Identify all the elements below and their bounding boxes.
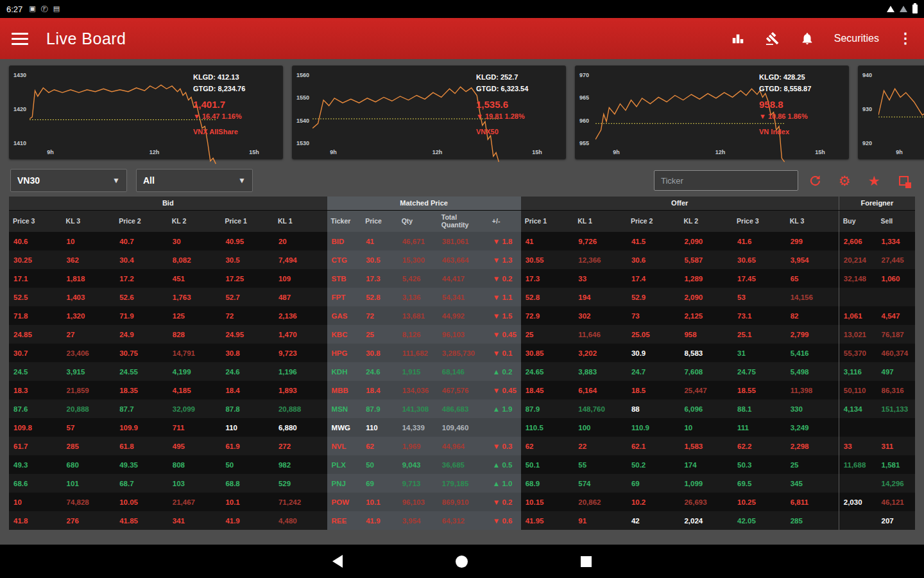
overflow-menu-icon[interactable]: ⋮ xyxy=(898,31,912,46)
table-row[interactable]: 18.321,85918.354,18518.41,893MBB18.4134,… xyxy=(9,381,915,399)
table-row[interactable]: 71.81,32071.9125722,136GAS7213,68144,992… xyxy=(9,306,915,325)
board-cell: 1,334 xyxy=(877,232,915,250)
column-header: Total Quantity xyxy=(438,210,488,232)
board-cell: 17.2 xyxy=(115,269,168,288)
table-row[interactable]: 17.11,81817.245117.25109STB17.35,42644,4… xyxy=(9,269,915,288)
column-header: Qty xyxy=(398,210,438,232)
ticker-cell[interactable]: MWG xyxy=(327,418,362,437)
column-header: +/- xyxy=(488,210,521,232)
ticker-cell[interactable]: GAS xyxy=(327,306,362,325)
table-row[interactable]: 30.2536230.48,08230.57,494CTG30.515,3004… xyxy=(9,250,915,269)
board-cell: 25 xyxy=(361,325,397,344)
status-bar: 6:27 ▣ Ⓕ ▤ xyxy=(0,0,924,18)
board-cell: 30.5 xyxy=(361,250,397,269)
chart-y-axis: 970965960955 xyxy=(579,72,589,146)
back-icon[interactable] xyxy=(332,555,343,568)
recents-icon[interactable] xyxy=(581,556,592,567)
ticker-cell[interactable]: KDH xyxy=(327,362,362,381)
wifi-icon xyxy=(887,6,894,12)
board-cell: 30.25 xyxy=(9,250,62,269)
column-header: KL 1 xyxy=(274,210,327,232)
table-row[interactable]: 40.61040.73040.9520BID4146,671381,061▼ 1… xyxy=(9,232,915,250)
board-cell: 7,608 xyxy=(680,362,733,381)
board-cell: 42.05 xyxy=(733,511,786,530)
app-bar: Live Board Securities ⋮ xyxy=(0,18,924,59)
ticker-cell[interactable]: STB xyxy=(327,269,362,288)
board-cell: 6,811 xyxy=(786,493,839,511)
securities-menu[interactable]: Securities xyxy=(834,33,879,44)
ticker-cell[interactable]: REE xyxy=(327,511,362,530)
table-row[interactable]: 61.728561.849561.9272NVL621,96944,964▼ 0… xyxy=(9,437,915,455)
index-chart-card-3[interactable]: 9709659609559h12h15hKLGD: 428.25GTGD: 8,… xyxy=(575,66,849,159)
board-cell: 27 xyxy=(62,325,116,344)
ticker-cell[interactable]: HPG xyxy=(327,344,362,362)
table-row[interactable]: 52.51,40352.61,76352.7487FPT52.83,13654,… xyxy=(9,288,915,306)
board-cell: 18.3 xyxy=(9,381,62,399)
board-cell: 31 xyxy=(733,344,786,362)
notifications-bell-icon[interactable] xyxy=(800,31,815,46)
layout-switch-icon[interactable] xyxy=(896,173,911,188)
table-row[interactable]: 30.723,40630.7514,79130.89,723HPG30.8111… xyxy=(9,344,915,362)
index-chart-card-2[interactable]: 15601550154015309h12h15hKLGD: 252.7GTGD:… xyxy=(292,66,566,159)
table-row[interactable]: 24.53,91524.554,19924.61,196KDH24.61,915… xyxy=(9,362,915,381)
home-icon[interactable] xyxy=(456,556,468,568)
ticker-cell[interactable]: POW xyxy=(327,493,362,511)
board-cell: 41.85 xyxy=(115,511,168,530)
board-cell: 109 xyxy=(274,269,327,288)
ticker-cell[interactable]: PLX xyxy=(327,455,362,474)
board-cell: 11,688 xyxy=(839,455,877,474)
board-cell: 40.7 xyxy=(115,232,168,250)
board-cell: 18.35 xyxy=(115,381,168,399)
board-cell: 1,583 xyxy=(680,437,733,455)
table-row[interactable]: 87.620,88887.732,09987.820,888MSN87.9141… xyxy=(9,399,915,418)
column-header: Price xyxy=(361,210,397,232)
board-cell: 68.7 xyxy=(115,474,168,493)
auction-gavel-icon[interactable] xyxy=(765,31,780,46)
board-dropdown-value: All xyxy=(143,175,155,186)
board-cell: 5,426 xyxy=(398,269,438,288)
table-row[interactable]: 41.827641.8534141.94,480REE41.93,95464,3… xyxy=(9,511,915,530)
index-chart-card-4[interactable]: 9409309209h12h15h xyxy=(858,66,924,159)
board-cell: 8,583 xyxy=(680,344,733,362)
ticker-cell[interactable]: CTG xyxy=(327,250,362,269)
board-cell: 87.9 xyxy=(361,399,397,418)
group-dropdown[interactable]: VN30 ▼ xyxy=(10,169,127,192)
ticker-cell[interactable]: MBB xyxy=(327,381,362,399)
board-cell xyxy=(839,474,877,493)
index-chart-card-1[interactable]: 1430142014109h12h15hKLGD: 412.13GTGD: 8,… xyxy=(9,66,283,159)
settings-gear-icon[interactable]: ⚙ xyxy=(837,173,852,188)
ticker-cell[interactable]: FPT xyxy=(327,288,362,306)
board-cell: 18.4 xyxy=(221,381,274,399)
board-cell: 869,910 xyxy=(438,493,488,511)
ticker-cell[interactable]: BID xyxy=(327,232,362,250)
ticker-cell[interactable]: MSN xyxy=(327,399,362,418)
table-row[interactable]: 109.857109.97111106,880MWG11014,339109,4… xyxy=(9,418,915,437)
table-row[interactable]: 24.852724.982824.951,470KBC258,12696,103… xyxy=(9,325,915,344)
board-cell: 1,763 xyxy=(168,288,221,306)
board-cell: 61.8 xyxy=(115,437,168,455)
refresh-icon[interactable] xyxy=(807,173,823,188)
board-cell: 1,581 xyxy=(877,455,915,474)
table-row[interactable]: 68.610168.710368.8529PNJ699,713179,185▲ … xyxy=(9,474,915,493)
table-row[interactable]: 1074,82810.0521,46710.171,242POW10.196,1… xyxy=(9,493,915,511)
board-cell: 44,964 xyxy=(438,437,488,455)
ticker-search-input[interactable] xyxy=(654,170,798,191)
board-cell: 50.2 xyxy=(627,455,680,474)
ticker-cell[interactable]: NVL xyxy=(327,437,362,455)
ticker-cell[interactable]: PNJ xyxy=(327,474,362,493)
menu-icon[interactable] xyxy=(12,33,28,45)
board-cell: 529 xyxy=(274,474,327,493)
charts-row: 1430142014109h12h15hKLGD: 412.13GTGD: 8,… xyxy=(0,59,924,164)
table-row[interactable]: 49.368049.3580850982PLX509,04336,685▲ 0.… xyxy=(9,455,915,474)
board-cell: 30 xyxy=(168,232,221,250)
ticker-cell[interactable]: KBC xyxy=(327,325,362,344)
market-chart-icon[interactable] xyxy=(730,31,746,46)
favorites-star-icon[interactable]: ★ xyxy=(866,173,882,188)
board-cell: 9,723 xyxy=(274,344,327,362)
board-dropdown[interactable]: All ▼ xyxy=(136,169,253,192)
board-cell: 101 xyxy=(62,474,116,493)
group-header-row: BidMatched PriceOfferForeigner xyxy=(9,197,915,210)
board-cell: ▼ 0.2 xyxy=(488,493,521,511)
board-cell: ▼ 0.6 xyxy=(488,511,521,530)
board-cell: 109,460 xyxy=(438,418,488,437)
